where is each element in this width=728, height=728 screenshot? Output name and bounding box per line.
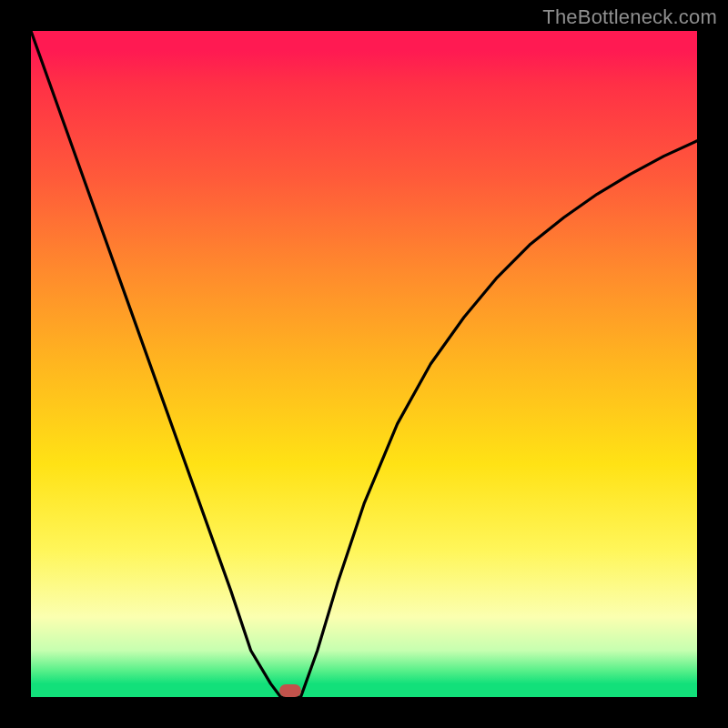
optimal-point-marker xyxy=(279,684,301,697)
watermark-text: TheBottleneck.com xyxy=(542,5,717,29)
plot-area xyxy=(31,31,697,697)
bottleneck-curve xyxy=(31,31,697,697)
chart-frame: TheBottleneck.com xyxy=(0,0,728,728)
